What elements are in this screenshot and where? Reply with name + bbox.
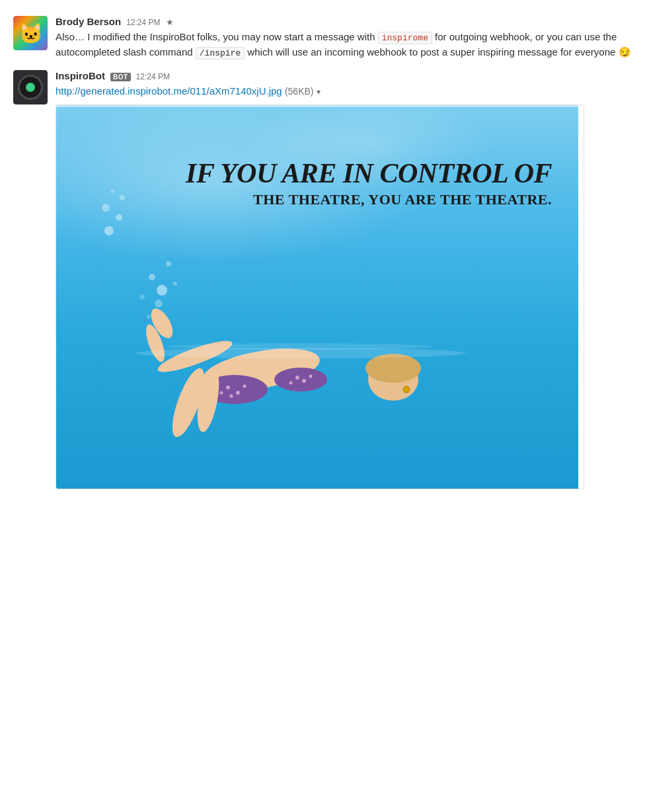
water-surface-line	[56, 105, 578, 107]
svg-point-17	[309, 374, 313, 378]
svg-point-4	[147, 315, 151, 319]
dropdown-arrow-icon[interactable]: ▾	[317, 87, 321, 97]
svg-point-26	[403, 386, 410, 393]
quote-line1: IF YOU ARE IN CONTROL OF	[186, 158, 552, 188]
svg-point-6	[139, 294, 145, 300]
svg-point-19	[226, 386, 230, 389]
bot-circle	[18, 75, 43, 100]
message-content-inspirobot: InspiroBot BOT 12:24 PM http://generated…	[56, 70, 636, 489]
svg-point-32	[120, 195, 125, 200]
svg-point-12	[365, 354, 421, 383]
svg-point-1	[149, 274, 155, 280]
svg-point-3	[155, 300, 163, 307]
svg-point-30	[116, 214, 122, 221]
star-icon-brody[interactable]: ★	[166, 17, 174, 27]
svg-point-2	[166, 261, 171, 266]
inspiro-image-container[interactable]: IF YOU ARE IN CONTROL OF THE THEATRE, YO…	[56, 104, 584, 489]
svg-point-5	[173, 282, 177, 286]
svg-point-22	[220, 391, 223, 394]
timestamp-brody: 12:24 PM	[126, 18, 160, 27]
code-inspirome: inspirome	[378, 32, 432, 44]
quote-line2: THE THEATRE, YOU ARE THE THEATRE.	[186, 191, 552, 208]
timestamp-inspirobot: 12:24 PM	[136, 72, 170, 81]
bot-lens	[26, 83, 35, 92]
bot-avatar-image	[13, 70, 48, 104]
swimmer-svg	[102, 251, 532, 462]
avatar-inspirobot	[13, 70, 48, 104]
author-name-inspirobot: InspiroBot	[56, 70, 105, 81]
svg-point-16	[289, 381, 293, 384]
svg-point-21	[243, 384, 247, 387]
message-link-line: http://generated.inspirobot.me/011/aXm71…	[56, 84, 636, 99]
author-name-brody: Brody Berson	[56, 16, 121, 27]
message-content-brody: Brody Berson 12:24 PM ★ Also… I modified…	[56, 16, 636, 60]
avatar-brody: 🐱	[13, 16, 48, 50]
svg-point-29	[104, 226, 114, 235]
message-header-brody: Brody Berson 12:24 PM ★	[56, 16, 636, 27]
svg-point-31	[102, 204, 110, 212]
inspirobot-link[interactable]: http://generated.inspirobot.me/011/aXm71…	[56, 85, 282, 97]
bubble-cluster	[96, 184, 135, 239]
message-text-brody: Also… I modified the InspiroBot folks, y…	[56, 30, 636, 60]
quote-block: IF YOU ARE IN CONTROL OF THE THEATRE, YO…	[186, 158, 552, 208]
svg-point-13	[274, 368, 327, 391]
svg-point-0	[157, 285, 167, 296]
file-size-text: (56KB)	[285, 86, 314, 97]
svg-point-20	[236, 391, 240, 395]
code-inspire: /inspire	[196, 47, 245, 60]
message-inspirobot: InspiroBot BOT 12:24 PM http://generated…	[0, 65, 649, 495]
message-header-inspirobot: InspiroBot BOT 12:24 PM	[56, 70, 636, 81]
svg-point-23	[230, 394, 233, 397]
svg-point-14	[295, 376, 299, 380]
svg-point-15	[302, 379, 306, 383]
svg-point-33	[110, 189, 114, 193]
svg-point-28	[169, 343, 433, 350]
inspiro-image: IF YOU ARE IN CONTROL OF THE THEATRE, YO…	[56, 105, 578, 489]
message-brody: 🐱 Brody Berson 12:24 PM ★ Also… I modifi…	[0, 11, 649, 65]
bot-badge: BOT	[110, 73, 131, 81]
cat-avatar-image: 🐱	[13, 16, 48, 50]
